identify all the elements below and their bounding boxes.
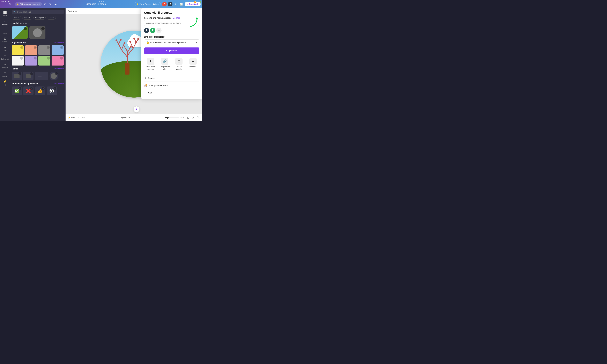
sidebar-item-progetti[interactable]: ⊞ Progetti: [0, 70, 9, 78]
lock-icon: 🔒: [146, 41, 149, 44]
forme-show-all[interactable]: Mostra tutto: [54, 68, 64, 70]
access-dropdown[interactable]: 🔒 Limita l'accesso a determinate persone…: [144, 39, 199, 45]
sidebar-item-app[interactable]: ⚡ App: [0, 79, 9, 87]
note-more-3[interactable]: ···: [47, 46, 50, 49]
status-icons: 📶 ▲ 🔋: [194, 1, 201, 3]
share-avatar-f[interactable]: F: [150, 28, 155, 33]
note-more-8[interactable]: ···: [60, 57, 63, 60]
shape-more-2[interactable]: ···: [30, 72, 33, 75]
whiteboard-item-3[interactable]: ··· 👍: [35, 87, 45, 95]
note-gray[interactable]: ···: [38, 45, 50, 55]
whiteboard-show-all[interactable]: Mostra tutto: [54, 83, 64, 85]
filter-freccia[interactable]: Freccia: [12, 16, 21, 20]
menu-altro[interactable]: ··· Altro ›: [144, 89, 199, 96]
search-icon: 🔍: [13, 11, 16, 13]
note-purple[interactable]: ···: [25, 56, 37, 65]
progetti-label: Progetti: [2, 75, 7, 77]
recent-item-more-1[interactable]: ···: [24, 27, 27, 30]
stampa-arrow-icon: ›: [199, 84, 199, 87]
svg-line-3: [127, 48, 133, 56]
note-salmon[interactable]: ···: [25, 45, 37, 55]
share-avatar-add[interactable]: +: [156, 28, 161, 33]
expand-icon[interactable]: ⤢: [192, 116, 194, 119]
sidebar-item-modelli[interactable]: ⬜ Modelli: [0, 10, 9, 18]
note-more-2[interactable]: ···: [34, 46, 37, 49]
recent-title: Usati di recente: [12, 22, 27, 25]
action-save-image[interactable]: ⬇ Salva come immagine: [144, 56, 157, 71]
svg-point-23: [130, 45, 132, 47]
note-yellow[interactable]: ···: [12, 45, 24, 55]
note-green[interactable]: ···: [38, 56, 50, 65]
wb-more-2[interactable]: ···: [30, 87, 33, 90]
sidebar-item-brand[interactable]: ◈ Brand: [0, 44, 9, 52]
shape-more-1[interactable]: ···: [18, 72, 21, 75]
sidebar-item-elementi[interactable]: ✦ Elementi: [0, 18, 9, 26]
filter-rettangolo[interactable]: Rettangolo: [33, 16, 46, 20]
arrow-line-shape: —→: [38, 74, 45, 78]
share-avatar-z[interactable]: Z: [144, 28, 149, 33]
whiteboard-item-1[interactable]: ··· ✅: [12, 87, 22, 95]
help-button[interactable]: ?: [197, 116, 200, 119]
shape-arrow-line[interactable]: —→: [35, 72, 48, 80]
elementi-label: Elementi: [2, 24, 8, 25]
galleria-label: Galleria: [2, 41, 7, 43]
sidebar-item-testo[interactable]: T Testo: [0, 27, 9, 35]
note-blue[interactable]: ···: [52, 45, 64, 55]
menu-stampa[interactable]: 🚚 Stampa con Canva ›: [144, 81, 199, 89]
shape-rounded-rect[interactable]: ···: [23, 72, 34, 80]
note-pink[interactable]: ···: [52, 56, 64, 65]
note-button[interactable]: 📝 Note: [68, 117, 75, 119]
sparkle-button[interactable]: ✦: [133, 106, 140, 113]
altro-icon: ···: [144, 91, 146, 94]
svg-line-6: [133, 42, 136, 48]
zoom-slider[interactable]: [165, 117, 179, 119]
sidebar-item-disegno[interactable]: ✏ Disegno: [0, 62, 9, 70]
sticky-notes-header: Foglietti adesivi Mostra tutto: [10, 40, 66, 45]
note-more-4[interactable]: ···: [60, 46, 63, 49]
share-panel-title: Condividi il progetto: [144, 11, 199, 14]
shape-more-3[interactable]: ···: [55, 72, 58, 75]
shape-rectangle[interactable]: ···: [12, 72, 22, 80]
disegno-icon: ✏: [4, 63, 6, 66]
whiteboard-items: ··· ✅ ··· ❌ ··· 👍 ··· 👀: [10, 86, 66, 96]
share-edit-link[interactable]: Modifica: [173, 17, 180, 19]
sidebar-item-caricamenti[interactable]: ⬆ Caricamenti: [0, 53, 9, 61]
whiteboard-title: Grafiche per lavagne online: [12, 82, 39, 85]
status-dot: •: [10, 1, 10, 3]
action-present[interactable]: ▶ Presenta: [186, 56, 199, 71]
note-more-5[interactable]: ···: [20, 57, 23, 60]
menu-scarica[interactable]: ⬇ Scarica ›: [144, 74, 199, 81]
sticky-notes-show-all[interactable]: Mostra tutto: [54, 41, 64, 43]
recent-item-landscape[interactable]: ···: [12, 26, 28, 39]
altro-arrow-icon: ›: [199, 91, 199, 94]
shapes-next-arrow[interactable]: ›: [63, 75, 64, 77]
wb-more-1[interactable]: ···: [18, 87, 21, 90]
search-input[interactable]: [17, 11, 62, 13]
sidebar-item-galleria[interactable]: 🖼 Galleria: [0, 36, 9, 44]
search-bar[interactable]: 🔍: [12, 10, 64, 14]
timer-icon: ⏱: [78, 117, 80, 119]
filter-cerchio[interactable]: Cerchio: [22, 16, 32, 20]
note-more-6[interactable]: ···: [34, 57, 37, 60]
copy-link-button[interactable]: Copia link: [144, 48, 199, 54]
action-public-link[interactable]: 🔗 Link pubblico di...: [158, 56, 171, 71]
recent-item-more-2[interactable]: ···: [41, 27, 45, 30]
shape-circle[interactable]: ···: [50, 72, 58, 80]
whiteboard-item-2[interactable]: ··· ❌: [23, 87, 34, 95]
whiteboard-item-4[interactable]: ··· 👀: [47, 87, 57, 95]
recent-item-circle[interactable]: ···: [29, 26, 45, 39]
collab-label: Link di collaborazione: [144, 36, 199, 38]
wb-more-4[interactable]: ···: [53, 87, 56, 90]
elementi-icon: ✦: [4, 19, 6, 23]
sidebar-icons: ⬜ Modelli ✦ Elementi T Testo 🖼 Galleria …: [0, 8, 10, 121]
note-more-1[interactable]: ···: [20, 46, 23, 49]
recent-header: Usati di recente: [10, 21, 66, 25]
action-template-link[interactable]: ⊡ Link del modello: [172, 56, 185, 71]
filter-linea[interactable]: Linea ›: [47, 16, 56, 20]
note-white[interactable]: ···: [12, 56, 24, 65]
timer-button[interactable]: ⏱ Timer: [78, 117, 85, 119]
wb-more-3[interactable]: ···: [42, 87, 45, 90]
grid-icon[interactable]: ⊞: [187, 116, 189, 119]
save-image-icon: ⬇: [147, 58, 154, 65]
note-more-7[interactable]: ···: [47, 57, 50, 60]
